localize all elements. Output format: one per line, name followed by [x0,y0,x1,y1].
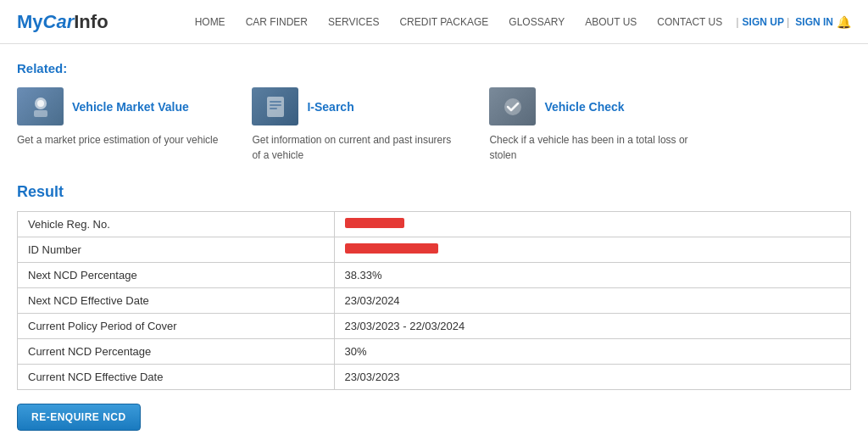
svg-rect-6 [270,108,277,109]
nav-contact-us[interactable]: CONTACT US [647,16,732,28]
row-value-next-ncd-date: 23/03/2024 [334,288,850,314]
row-value-current-ncd-date: 23/03/2023 [334,365,850,390]
result-title: Result [17,183,851,201]
nav-divider: | [736,15,738,28]
row-value-policy-period: 23/03/2023 - 22/03/2024 [334,314,850,339]
vmv-link[interactable]: Vehicle Market Value [72,100,189,114]
vcheck-desc: Check if a vehicle has been in a total l… [489,132,693,163]
nav-sep: | [787,15,789,28]
row-label-current-ncd-pct: Current NCD Percentage [18,339,335,365]
redacted-id-number [345,243,438,254]
row-label-id-number: ID Number [18,237,335,263]
related-item-isearch-header: I-Search [252,87,455,125]
main-nav: HOME CAR FINDER SERVICES CREDIT PACKAGE … [185,15,851,29]
nav-services[interactable]: SERVICES [318,16,389,28]
header: MyCarInfo HOME CAR FINDER SERVICES CREDI… [0,0,868,44]
table-row: ID Number [18,237,851,263]
vcheck-link[interactable]: Vehicle Check [544,100,624,114]
isearch-link[interactable]: I-Search [307,100,353,114]
vmv-thumb-svg [27,93,54,120]
nav-signup[interactable]: SIGN UP [743,16,784,28]
logo-car: Car [43,11,75,32]
svg-rect-5 [270,104,281,106]
vcheck-thumb-svg [499,93,526,120]
logo[interactable]: MyCarInfo [17,11,108,33]
related-thumb-vmv [17,87,64,125]
related-title: Related: [17,61,851,75]
nav-car-finder[interactable]: CAR FINDER [236,16,318,28]
table-row: Current NCD Effective Date 23/03/2023 [18,365,851,390]
main-content: Related: Vehicle Market Value Get a mark… [0,44,868,446]
svg-point-2 [37,100,44,107]
nav-home[interactable]: HOME [185,16,236,28]
nav-glossary[interactable]: GLOSSARY [498,16,575,28]
row-label-vehicle-reg: Vehicle Reg. No. [18,212,335,237]
isearch-desc: Get information on current and past insu… [252,132,455,163]
related-item-isearch: I-Search Get information on current and … [252,87,455,163]
svg-rect-1 [34,110,47,117]
table-row: Next NCD Effective Date 23/03/2024 [18,288,851,314]
row-value-current-ncd-pct: 30% [334,339,850,365]
vmv-desc: Get a market price estimation of your ve… [17,132,218,148]
nav-about-us[interactable]: ABOUT US [575,16,647,28]
result-table: Vehicle Reg. No. ID Number Next NCD Perc… [17,211,851,390]
row-value-id-number [334,237,850,263]
bell-icon: 🔔 [837,15,851,29]
table-row: Current NCD Percentage 30% [18,339,851,365]
table-row: Next NCD Percentage 38.33% [18,263,851,288]
re-enquire-button[interactable]: RE-ENQUIRE NCD [17,404,141,431]
related-thumb-vcheck [489,87,536,125]
row-value-next-ncd-pct: 38.33% [334,263,850,288]
related-thumb-isearch [252,87,298,125]
table-row: Current Policy Period of Cover 23/03/202… [18,314,851,339]
nav-signin[interactable]: SIGN IN [795,16,833,28]
isearch-thumb-svg [262,93,289,120]
related-item-vmv: Vehicle Market Value Get a market price … [17,87,218,163]
logo-info: Info [74,11,108,32]
row-label-next-ncd-date: Next NCD Effective Date [18,288,335,314]
nav-credit-package[interactable]: CREDIT PACKAGE [389,16,498,28]
row-value-vehicle-reg [334,212,850,237]
related-item-vcheck: Vehicle Check Check if a vehicle has bee… [489,87,693,163]
row-label-current-ncd-date: Current NCD Effective Date [18,365,335,390]
svg-rect-3 [267,97,284,117]
related-items: Vehicle Market Value Get a market price … [17,87,851,163]
redacted-vehicle-reg [345,218,404,228]
table-row: Vehicle Reg. No. [18,212,851,237]
svg-rect-4 [270,101,281,103]
logo-my: My [17,11,43,32]
related-item-vmv-header: Vehicle Market Value [17,87,218,125]
row-label-policy-period: Current Policy Period of Cover [18,314,335,339]
related-item-vcheck-header: Vehicle Check [489,87,693,125]
row-label-next-ncd-pct: Next NCD Percentage [18,263,335,288]
